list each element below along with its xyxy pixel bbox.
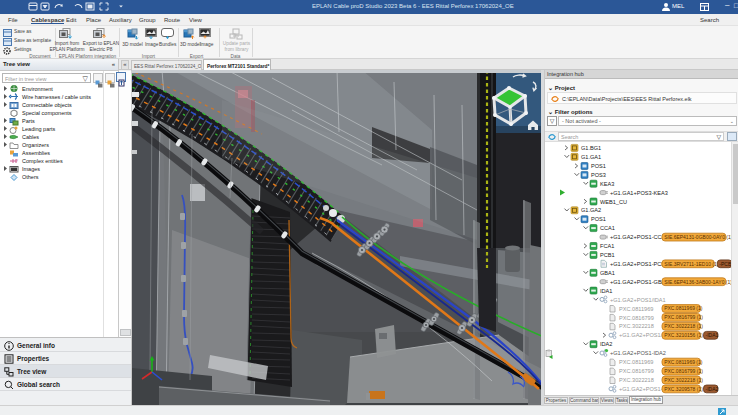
svg-text:PXC.0811969 (1): PXC.0811969 (1): [664, 359, 703, 365]
svg-text:Leading parts: Leading parts: [22, 126, 56, 132]
svg-text:Organizers: Organizers: [22, 142, 49, 148]
svg-text:Cables: Cables: [22, 134, 39, 140]
svg-text:Parts: Parts: [22, 118, 35, 124]
svg-text:Assemblies: Assemblies: [22, 150, 50, 156]
svg-text:GBA1: GBA1: [600, 270, 615, 276]
svg-text:CCA1: CCA1: [600, 225, 615, 231]
svg-text:PXC.0811969: PXC.0811969: [619, 306, 653, 312]
svg-text:PXC.3022218: PXC.3022218: [619, 323, 654, 329]
svg-text:+G1.GA2+POS1-IDA2: +G1.GA2+POS1-IDA2: [610, 350, 666, 356]
svg-text:KEA3: KEA3: [600, 181, 614, 187]
svg-text:Others: Others: [22, 174, 39, 180]
svg-text:+G1.GA2+POS1-GBA1: +G1.GA2+POS1-GBA1: [610, 279, 668, 285]
svg-text:IDA1: IDA1: [600, 288, 612, 294]
svg-text:-IDA1: -IDA1: [706, 332, 719, 338]
svg-text:PXC.3209578 (1): PXC.3209578 (1): [664, 386, 703, 392]
svg-text:PXC.0816799 (1): PXC.0816799 (1): [664, 368, 703, 374]
svg-text:POS3: POS3: [591, 172, 606, 178]
svg-text:Wire harnesses / cable units: Wire harnesses / cable units: [22, 94, 91, 100]
svg-text:PXC.0811969: PXC.0811969: [619, 359, 653, 365]
svg-text:y: y: [16, 157, 18, 162]
svg-text:POS1: POS1: [591, 163, 606, 169]
svg-text:PXC.3022218: PXC.3022218: [619, 377, 654, 383]
svg-text:PXC.3022218 (1): PXC.3022218 (1): [664, 323, 703, 329]
svg-text:PXC.0811969 (1): PXC.0811969 (1): [664, 305, 703, 311]
svg-text:G1.BG1: G1.BG1: [581, 145, 601, 151]
svg-text:Special components: Special components: [22, 110, 72, 116]
svg-text:SIE.3RV2711-1ED10 (1): SIE.3RV2711-1ED10 (1): [664, 261, 719, 267]
svg-text:Connectable objects: Connectable objects: [22, 102, 72, 108]
svg-text:PXC.0816799 (1): PXC.0816799 (1): [664, 314, 703, 320]
svg-text:+G1.GA2+POS1/IDA1: +G1.GA2+POS1/IDA1: [610, 297, 666, 303]
svg-text:G1.GA2: G1.GA2: [581, 207, 601, 213]
svg-text:+G1.GA1+POS3-KEA3: +G1.GA1+POS3-KEA3: [610, 190, 668, 196]
svg-text:FCA1: FCA1: [600, 243, 614, 249]
svg-text:SIE.6EP4131-0GB00-0AY0 (1): SIE.6EP4131-0GB00-0AY0 (1): [664, 234, 733, 240]
svg-text:PXC.3210156 (1): PXC.3210156 (1): [664, 332, 703, 338]
svg-text:PXC.0816799: PXC.0816799: [619, 315, 654, 321]
svg-text:IDA2: IDA2: [600, 341, 612, 347]
svg-text:PXC.0816799: PXC.0816799: [619, 368, 654, 374]
svg-text:+G1.GA2+POS1-CCA1: +G1.GA2+POS1-CCA1: [610, 234, 668, 240]
svg-text:POS1: POS1: [591, 216, 606, 222]
svg-text:PCB1: PCB1: [600, 252, 615, 258]
svg-text:Images: Images: [22, 166, 40, 172]
svg-text:G1.GA1: G1.GA1: [581, 154, 601, 160]
svg-text:-IDA2: -IDA2: [706, 386, 719, 392]
svg-text:Complex entities: Complex entities: [22, 158, 63, 164]
svg-text:Environment: Environment: [22, 86, 53, 92]
svg-text:PXC.3022218 (1): PXC.3022218 (1): [664, 377, 703, 383]
svg-text:SIE.6EP4136-3AB00-1AY0 (1): SIE.6EP4136-3AB00-1AY0 (1): [664, 279, 732, 285]
svg-text:WEB1_CU: WEB1_CU: [600, 199, 627, 205]
svg-text:+G1.GA2+POS1-PCB1: +G1.GA2+POS1-PCB1: [610, 261, 668, 267]
